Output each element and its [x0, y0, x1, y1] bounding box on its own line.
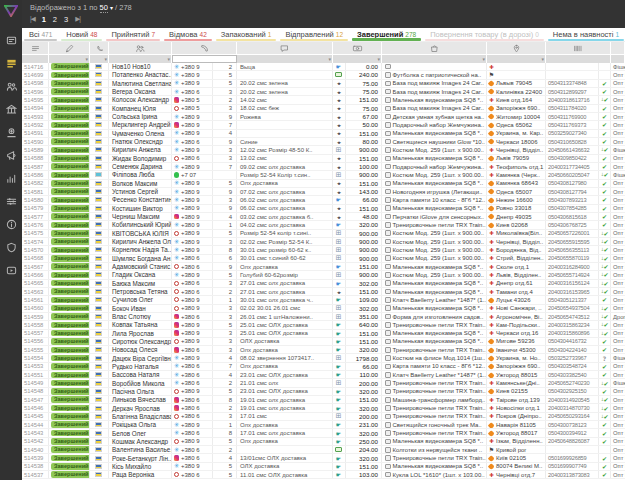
status-badge[interactable]: Завершений [51, 172, 90, 179]
order-id[interactable]: 514551 [22, 371, 49, 378]
order-row[interactable]: 514699ЗавершенийПотапенко Анастас..✳+380… [22, 71, 625, 79]
order-id[interactable]: 514548 [22, 388, 49, 395]
order-id[interactable]: 514558 [22, 321, 49, 328]
client-phone[interactable]: +380 9 [181, 463, 200, 469]
client-name[interactable]: Валентина Василье.. [109, 446, 172, 453]
status-badge[interactable]: Завершений [51, 322, 90, 329]
order-row[interactable]: 514537ЗавершенийРаца Вероніка+380 6511.0… [22, 471, 625, 479]
order-id[interactable]: 514556 [22, 338, 49, 345]
status-badge[interactable]: Завершений [51, 405, 90, 412]
status-badge[interactable]: Завершений [51, 413, 90, 420]
client-phone[interactable]: +380 6 [181, 289, 200, 295]
tab-Запакований[interactable]: Запакований1 [214, 28, 279, 41]
column-filter-id-icon[interactable] [22, 55, 49, 63]
order-row[interactable]: 514542ЗавершенийКошмак Александр+380 95О… [22, 438, 625, 446]
order-row[interactable]: 514563ЗавершенийПетровська Тетяна+380 62… [22, 288, 625, 296]
ttn-number[interactable]: 20400316153965 [546, 288, 599, 295]
client-phone[interactable]: +380 9 [181, 64, 200, 70]
order-id[interactable]: 514574 [22, 238, 49, 245]
client-phone[interactable]: +380 6 [181, 255, 200, 261]
ttn-number[interactable]: 0501699926859 [546, 454, 599, 461]
client-name[interactable]: Жидак Володимир [109, 155, 172, 162]
page-button-3[interactable]: 3 [64, 15, 68, 24]
client-name[interactable]: Рудько Наталья [109, 363, 172, 370]
column-header-ttn-icon[interactable] [546, 42, 611, 54]
order-id[interactable]: 514560 [22, 305, 49, 312]
tab-Новий[interactable]: Новий48 [59, 28, 104, 41]
ttn-number[interactable]: 20400316156124 [546, 280, 599, 287]
ttn-number[interactable]: 0504300738123 [546, 421, 599, 428]
column-filter-phone-icon[interactable] [172, 55, 237, 63]
column-header-channel-icon[interactable] [90, 42, 109, 54]
order-id[interactable]: 514549 [22, 379, 49, 386]
column-header-comment-icon[interactable] [237, 42, 333, 54]
ttn-number[interactable]: 20450655714924 [546, 271, 599, 278]
order-row[interactable]: 514545ЗавершенийБлагінна Владіслава+380 … [22, 413, 625, 421]
sidebar-sales-icon[interactable] [0, 121, 22, 144]
first-page-icon[interactable]: |◀ [30, 15, 35, 23]
column-filter-comment-icon[interactable]: ▾ [237, 55, 333, 63]
column-header-money-icon[interactable] [333, 42, 382, 54]
client-phone[interactable]: +380 9 [181, 322, 200, 328]
client-name[interactable]: Петровська Тетяна [109, 288, 172, 295]
client-phone[interactable]: +7 07 [181, 172, 196, 178]
order-id[interactable]: 514586 [22, 171, 49, 178]
client-name[interactable]: Деркач Ярослав [109, 404, 172, 411]
status-badge[interactable]: Завершений [51, 238, 90, 245]
client-phone[interactable]: +380 6 [181, 314, 200, 320]
order-row[interactable]: 514587ЗавершенийСеменюк Дарина✳+380 9709… [22, 163, 625, 171]
client-phone[interactable]: +380 6 [181, 363, 200, 369]
app-logo-icon[interactable] [4, 3, 18, 21]
order-id[interactable]: 514580 [22, 196, 49, 203]
tab-Прийнятий[interactable]: Прийнятий7 [104, 28, 162, 41]
page-size-dropdown[interactable]: 50 [100, 3, 108, 13]
client-phone[interactable]: +380 6 [181, 447, 200, 453]
ttn-number[interactable]: 20400318613716 [546, 96, 599, 103]
order-row[interactable]: 514582ЗавершенийВолков Максим✳+380 95Олх… [22, 180, 625, 188]
order-id[interactable]: 514699 [22, 71, 49, 78]
ttn-number[interactable]: 20400313873083 [546, 471, 599, 478]
client-name[interactable]: Сиротюк Олександр [109, 338, 172, 345]
client-phone[interactable]: +380 9 [181, 72, 200, 78]
order-id[interactable]: 514592 [22, 121, 49, 128]
ttn-number[interactable]: 20450660205047 [546, 171, 599, 178]
order-id[interactable]: 514598 [22, 80, 49, 87]
order-id[interactable]: 514540 [22, 446, 49, 453]
ttn-number[interactable]: 0504307854285 [546, 205, 599, 212]
ttn-number[interactable]: 0504308127794 [546, 188, 599, 195]
order-id[interactable]: 514561 [22, 296, 49, 303]
status-badge[interactable]: Завершений [51, 188, 90, 195]
status-badge[interactable]: Завершений [51, 455, 90, 462]
client-name[interactable]: Компанец Юля [109, 105, 172, 112]
client-phone[interactable]: +380 9 [181, 80, 200, 86]
client-name[interactable]: Кобилинський Юрий [109, 221, 172, 228]
order-id[interactable]: 514593 [22, 113, 49, 120]
ttn-number[interactable]: 0504303382540 [546, 371, 599, 378]
client-name[interactable]: Кирилич Анжела Ол.. [109, 238, 172, 245]
client-phone[interactable]: +380 9 [181, 222, 200, 228]
client-name[interactable]: Бассова Наталя [109, 371, 172, 378]
client-phone[interactable]: +380 9 [181, 189, 200, 195]
client-phone[interactable]: +380 6 [181, 472, 200, 478]
status-badge[interactable]: Завершений [51, 471, 90, 478]
status-badge[interactable]: Завершений [51, 430, 90, 437]
sidebar-partners-icon[interactable] [0, 236, 22, 259]
order-row[interactable]: 514540ЗавершенийВалентина Василье..✳+380… [22, 446, 625, 454]
client-name[interactable]: Устинов Сергей [109, 188, 172, 195]
client-name[interactable]: Черниш Максим [109, 213, 172, 220]
client-name[interactable]: Влас Слотюу [109, 313, 172, 320]
tab-Нема в наявності[interactable]: Нема в наявності1 [546, 28, 625, 41]
client-name[interactable]: Воробйов Микола [109, 379, 172, 386]
client-phone[interactable]: +380 9 [181, 214, 200, 220]
status-badge[interactable]: Завершений [51, 80, 90, 87]
order-id[interactable]: 514577 [22, 213, 49, 220]
order-row[interactable]: 514591ЗавершенийЧумаченко Олена✳+380 94◂… [22, 130, 625, 138]
status-badge[interactable]: Завершений [51, 355, 90, 362]
client-phone[interactable]: +380 6 [181, 455, 200, 461]
column-header-id-icon[interactable] [22, 42, 49, 54]
tab-Відправлений[interactable]: Відправлений12 [278, 28, 350, 41]
client-name[interactable]: Колосок Александр [109, 96, 172, 103]
status-badge[interactable]: Завершений [51, 138, 90, 145]
client-name[interactable]: Роке-Бетанкурт Лін.. [109, 454, 172, 461]
client-name[interactable]: Баюка Максим [109, 280, 172, 287]
